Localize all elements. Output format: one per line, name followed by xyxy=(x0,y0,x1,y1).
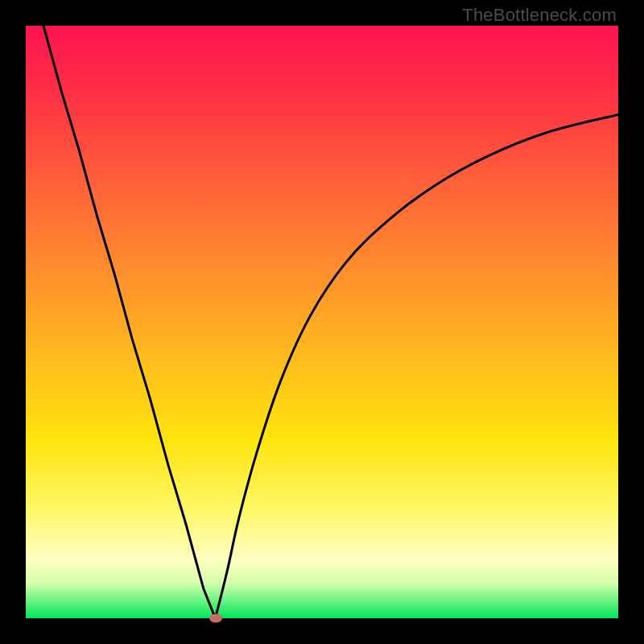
watermark-text: TheBottleneck.com xyxy=(462,5,617,26)
minimum-marker xyxy=(209,614,222,623)
curve-left-branch xyxy=(43,26,215,618)
curve-svg xyxy=(26,26,618,618)
curve-right-branch xyxy=(216,114,618,618)
plot-area xyxy=(26,26,618,618)
chart-frame: TheBottleneck.com xyxy=(0,0,644,644)
